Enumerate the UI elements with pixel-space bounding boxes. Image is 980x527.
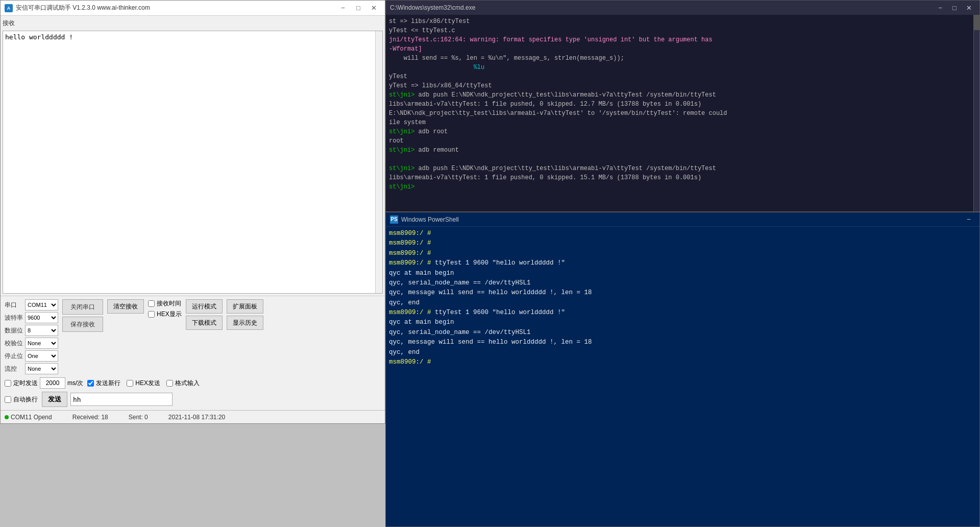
ps-line: msm8909:/ # — [389, 357, 976, 367]
cmd-line: st\jni> — [389, 182, 976, 191]
ps-title-left: PS Windows PowerShell — [390, 215, 459, 224]
ps-line: qyc, message will send == hello worldddd… — [389, 288, 976, 298]
databits-label: 数据位 — [5, 326, 23, 335]
cmd-minimize[interactable]: − — [934, 3, 947, 13]
cmd-line: libs\armeabi-v7a\ttyTest: 1 file pushed,… — [389, 100, 976, 109]
serial-content: 接收 hello worlddddd ! — [1, 16, 385, 296]
cmd-maximize[interactable]: □ — [948, 3, 961, 13]
datetime-text: 2021-11-08 17:31:20 — [168, 414, 225, 421]
app-icon: A — [5, 4, 13, 12]
cmd-line: yTest — [389, 72, 976, 81]
auto-newline-checkbox[interactable] — [5, 396, 11, 403]
send-input[interactable] — [70, 393, 173, 406]
receive-area[interactable]: hello worlddddd ! — [3, 31, 383, 294]
receive-text: hello worlddddd ! — [5, 33, 73, 41]
cmd-close[interactable]: ✕ — [962, 3, 975, 13]
cmd-line: will send == %s, len = %u\n", message_s,… — [389, 54, 976, 63]
cmd-controls: − □ ✕ — [934, 3, 975, 13]
titlebar-left: A 安信可串口调试助手 V1.2.3.0 www.ai-thinker.com — [5, 4, 150, 12]
parity-label: 校验位 — [5, 339, 23, 348]
receive-label: 接收 — [3, 18, 383, 29]
clear-receive-button[interactable]: 清空接收 — [107, 299, 144, 314]
databits-select[interactable]: 8 — [25, 325, 58, 336]
baud-select[interactable]: 9600 — [25, 312, 58, 323]
cmd-line: %lu — [389, 63, 976, 72]
window-controls: − □ ✕ — [336, 3, 381, 14]
timed-send-input[interactable]: 2000 — [40, 377, 65, 389]
ps-line: qyc, serial_node_name == /dev/ttyHSL1 — [389, 278, 976, 288]
status-bar: COM11 Opend Received: 18 Sent: 0 2021-11… — [1, 410, 385, 423]
format-input-checkbox[interactable] — [166, 380, 173, 387]
controls-row2: 定时发送 2000 ms/次 发送新行 HEX发送 格式输入 — [5, 377, 381, 389]
checkboxes-area: 接收时间 HEX显示 — [148, 299, 182, 319]
flowctrl-label: 流控 — [5, 365, 23, 373]
show-history-button[interactable]: 显示历史 — [227, 316, 263, 330]
ps-line: msm8909:/ # — [389, 249, 976, 258]
hex-display-checkbox[interactable] — [148, 311, 155, 318]
port-status: COM11 Opend — [5, 414, 52, 421]
stopbits-select[interactable]: One — [25, 350, 58, 362]
maximize-button[interactable]: □ — [351, 3, 365, 14]
ps-content[interactable]: msm8909:/ # msm8909:/ # msm8909:/ # msm8… — [386, 227, 979, 526]
hex-send-label: HEX发送 — [135, 379, 160, 388]
serial-titlebar: A 安信可串口调试助手 V1.2.3.0 www.ai-thinker.com … — [1, 1, 385, 16]
ps-line: qyc, end — [389, 348, 976, 357]
cmd-line: libs\armeabi-v7a\ttyTest: 1 file pushed,… — [389, 173, 976, 182]
extend-panel-button[interactable]: 扩展面板 — [227, 299, 263, 314]
action-buttons: 关闭串口 保存接收 — [62, 299, 103, 332]
stopbits-label: 停止位 — [5, 352, 23, 361]
cmd-line: yTest <= ttyTest.c — [389, 26, 976, 35]
cmd-scrollbar[interactable] — [973, 15, 979, 211]
serial-window: A 安信可串口调试助手 V1.2.3.0 www.ai-thinker.com … — [0, 0, 385, 424]
receive-buttons: 清空接收 — [107, 299, 144, 314]
timed-send-checkbox[interactable] — [5, 380, 11, 387]
format-input-row: 格式输入 — [166, 379, 200, 388]
auto-newline-label: 自动换行 — [13, 395, 38, 404]
port-settings: 串口 COM11 波特率 9600 数据位 8 校验位 None 停止位 — [5, 299, 58, 374]
cmd-line: st\jni> adb root — [389, 127, 976, 136]
send-newline-row: 发送新行 — [87, 379, 120, 388]
checkboxes-row2: 发送新行 HEX发送 格式输入 — [87, 379, 200, 388]
hex-display-label: HEX显示 — [157, 310, 182, 319]
cmd-window: C:\Windows\system32\cmd.exe − □ ✕ st => … — [385, 0, 980, 212]
run-mode-button[interactable]: 运行模式 — [186, 299, 223, 314]
cmd-line — [389, 155, 976, 164]
port-status-text: COM11 Opend — [11, 414, 52, 421]
close-port-button[interactable]: 关闭串口 — [62, 299, 103, 315]
cmd-title: C:\Windows\system32\cmd.exe — [390, 4, 475, 11]
ps-line: msm8909:/ # ttyTest 1 9600 "hello worldd… — [389, 308, 976, 318]
ps-controls: − — [962, 214, 975, 225]
controls-area: 串口 COM11 波特率 9600 数据位 8 校验位 None 停止位 — [1, 296, 385, 410]
download-mode-button[interactable]: 下载模式 — [186, 316, 223, 330]
flowctrl-select[interactable]: None — [25, 363, 58, 374]
mode-buttons: 运行模式 下载模式 — [186, 299, 223, 330]
recv-time-checkbox[interactable] — [148, 300, 155, 307]
cmd-line: st\jni> adb push E:\NDK\ndk_project\tty_… — [389, 164, 976, 173]
datetime-status: 2021-11-08 17:31:20 — [168, 414, 225, 421]
send-newline-checkbox[interactable] — [87, 380, 94, 387]
sent-text: Sent: 0 — [129, 414, 148, 421]
window-title: 安信可串口调试助手 V1.2.3.0 www.ai-thinker.com — [16, 4, 150, 12]
timed-send-unit: ms/次 — [67, 379, 83, 388]
cmd-line: ile system — [389, 118, 976, 127]
port-select[interactable]: COM11 — [25, 299, 58, 310]
close-button[interactable]: ✕ — [366, 3, 381, 14]
ps-line: msm8909:/ # — [389, 238, 976, 248]
format-input-label: 格式输入 — [175, 379, 200, 388]
cmd-scrollbar-thumb[interactable] — [974, 15, 979, 30]
ps-line: qyc, message will send == hello worldddd… — [389, 338, 976, 347]
hex-send-checkbox[interactable] — [127, 380, 133, 387]
cmd-line: -Wformat] — [389, 44, 976, 54]
save-receive-button[interactable]: 保存接收 — [62, 317, 103, 332]
cmd-content[interactable]: st => libs/x86/ttyTest yTest <= ttyTest.… — [386, 15, 979, 211]
timed-send-label: 定时发送 — [13, 379, 38, 388]
auto-newline-row: 自动换行 — [5, 395, 38, 404]
recv-time-label: 接收时间 — [157, 299, 181, 308]
ps-minimize[interactable]: − — [962, 214, 975, 225]
parity-select[interactable]: None — [25, 338, 58, 349]
received-text: Received: 18 — [72, 414, 108, 421]
receive-scrollbar[interactable] — [375, 31, 382, 293]
timed-send-area: 定时发送 2000 ms/次 — [5, 377, 83, 389]
send-button[interactable]: 发送 — [42, 392, 67, 407]
minimize-button[interactable]: − — [336, 3, 350, 14]
